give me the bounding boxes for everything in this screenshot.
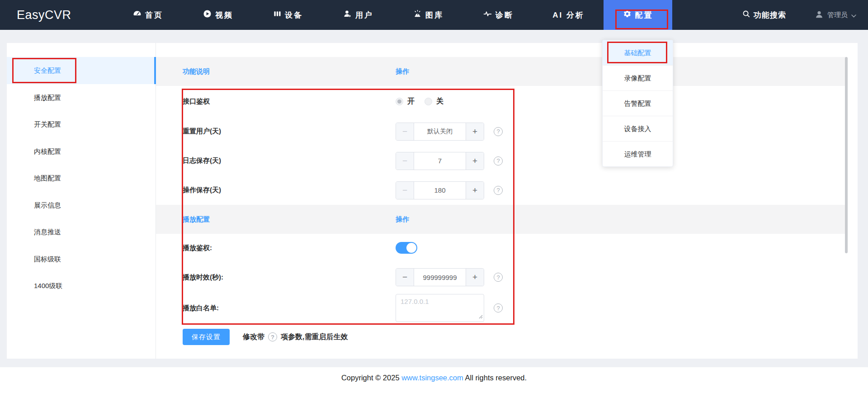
row-label: 播放时效(秒):: [156, 273, 396, 282]
row-label: 播放白名单:: [156, 304, 396, 313]
gear-icon: [623, 9, 632, 20]
config-content: 功能说明 操作 接口鉴权 开 关 重置用: [156, 43, 845, 345]
playback-whitelist-textarea[interactable]: 127.0.0.1: [396, 294, 484, 322]
help-icon[interactable]: ?: [494, 273, 503, 282]
sidebar-item-display-info[interactable]: 展示信息: [7, 192, 156, 219]
increase-button[interactable]: +: [466, 123, 484, 140]
nav-item-device[interactable]: 设备: [253, 0, 323, 30]
row-label: 重置用户(天): [156, 127, 396, 136]
sidebar-item-kernel[interactable]: 内核配置: [7, 138, 156, 165]
radio-on-circle[interactable]: [396, 98, 403, 105]
device-icon: [274, 10, 281, 20]
stepper-value[interactable]: 7: [414, 152, 466, 170]
sidebar-item-switches[interactable]: 开关配置: [7, 111, 156, 138]
dropdown-item-recording-config[interactable]: 录像配置: [603, 66, 673, 91]
stepper-value[interactable]: 999999999: [414, 269, 466, 286]
playback-auth-toggle[interactable]: [396, 242, 417, 254]
section-header-function: 功能说明 操作: [156, 57, 845, 86]
nav-item-user[interactable]: 用户: [323, 0, 393, 30]
save-settings-button[interactable]: 保存设置: [183, 329, 230, 345]
row-label: 接口鉴权: [156, 97, 396, 106]
easycvr-config-page: EasyCVR 首页 视频 设备: [0, 0, 868, 393]
user-menu[interactable]: 管理员: [815, 0, 856, 30]
search-icon: [742, 10, 750, 20]
section-header-playback: 播放配置 操作: [156, 205, 845, 234]
resize-handle-icon[interactable]: [479, 313, 483, 321]
decrease-button[interactable]: −: [396, 123, 414, 140]
nav-item-home[interactable]: 首页: [113, 0, 183, 30]
sidebar-item-playback[interactable]: 播放配置: [7, 84, 156, 111]
increase-button[interactable]: +: [466, 152, 484, 170]
stepper-value[interactable]: 默认关闭: [414, 123, 466, 140]
help-icon[interactable]: ?: [494, 303, 503, 313]
help-icon[interactable]: ?: [494, 127, 503, 136]
dashboard-icon: [133, 9, 142, 20]
row-playback-auth: 播放鉴权:: [156, 234, 845, 262]
sidebar-item-1400-cascade[interactable]: 1400级联: [7, 272, 156, 299]
log-retention-stepper: − 7 +: [396, 152, 484, 170]
row-playback-whitelist: 播放白名单: 127.0.0.1 ?: [156, 293, 845, 323]
column-header-operation: 操作: [396, 215, 409, 224]
sidebar-item-gb-cascade[interactable]: 国标级联: [7, 246, 156, 273]
save-row: 保存设置 修改带 ? 项参数,需重启后生效: [156, 329, 845, 345]
nav-item-ai-analysis[interactable]: AI 分析: [533, 0, 604, 30]
toggle-knob: [406, 243, 416, 253]
nav-item-label: 用户: [355, 10, 373, 20]
user-label: 管理员: [827, 11, 848, 19]
nav-item-label: 诊断: [495, 10, 514, 20]
gallery-icon: [413, 9, 422, 20]
nav-item-label: 配置: [635, 10, 653, 20]
row-label: 日志保存(天): [156, 156, 396, 165]
help-icon[interactable]: ?: [494, 156, 503, 166]
radio-off-circle[interactable]: [425, 98, 432, 105]
nav-item-label: 图库: [425, 10, 443, 20]
operation-retention-stepper: − 180 +: [396, 181, 484, 199]
nav-item-label: 首页: [145, 10, 163, 20]
brand-logo[interactable]: EasyCVR: [17, 0, 71, 30]
nav-item-video[interactable]: 视频: [183, 0, 253, 30]
increase-button[interactable]: +: [466, 182, 484, 199]
restart-note: 修改带 ? 项参数,需重启后生效: [243, 332, 348, 342]
avatar-icon: [815, 10, 824, 20]
nav-item-diagnosis[interactable]: 诊断: [463, 0, 533, 30]
decrease-button[interactable]: −: [396, 269, 414, 286]
row-label: 操作保存(天): [156, 186, 396, 194]
nav-item-gallery[interactable]: 图库: [393, 0, 463, 30]
user-icon: [343, 9, 352, 20]
radio-off[interactable]: 关: [425, 97, 443, 106]
nav-item-label: AI 分析: [552, 10, 585, 20]
page-footer: Copyright © 2025 www.tsingsee.com All ri…: [0, 367, 868, 393]
help-icon[interactable]: ?: [494, 186, 503, 195]
dropdown-item-basic-config[interactable]: 基础配置: [603, 40, 673, 66]
radio-on[interactable]: 开: [396, 97, 415, 106]
dropdown-item-device-access[interactable]: 设备接入: [603, 116, 673, 142]
row-operation-retention-days: 操作保存(天) − 180 + ?: [156, 175, 845, 205]
decrease-button[interactable]: −: [396, 182, 414, 199]
decrease-button[interactable]: −: [396, 152, 414, 170]
function-search[interactable]: 功能搜索: [742, 0, 786, 30]
increase-button[interactable]: +: [466, 269, 484, 286]
config-card: 安全配置 播放配置 开关配置 内核配置 地图配置 展示信息 消息推送 国标级联 …: [7, 43, 858, 359]
playback-timeout-stepper: − 999999999 +: [396, 268, 484, 286]
main-nav-menu: 首页 视频 设备 用户: [113, 0, 672, 30]
sidebar-item-map[interactable]: 地图配置: [7, 165, 156, 192]
row-log-retention-days: 日志保存(天) − 7 + ?: [156, 146, 845, 175]
nav-item-label: 视频: [215, 10, 233, 20]
stepper-value[interactable]: 180: [414, 182, 466, 199]
row-reset-user-days: 重置用户(天) − 默认关闭 + ?: [156, 117, 845, 146]
top-navbar: EasyCVR 首页 视频 设备: [0, 0, 868, 30]
row-api-auth: 接口鉴权 开 关: [156, 86, 845, 117]
config-sidebar: 安全配置 播放配置 开关配置 内核配置 地图配置 展示信息 消息推送 国标级联 …: [7, 43, 156, 359]
help-icon[interactable]: ?: [268, 332, 277, 341]
dropdown-item-alarm-config[interactable]: 告警配置: [603, 91, 673, 116]
tsingsee-link[interactable]: www.tsingsee.com: [401, 374, 463, 382]
dropdown-item-ops-management[interactable]: 运维管理: [603, 142, 673, 166]
config-dropdown-menu: 基础配置 录像配置 告警配置 设备接入 运维管理: [602, 40, 673, 167]
nav-item-config[interactable]: 配置: [604, 0, 672, 30]
sidebar-item-message-push[interactable]: 消息推送: [7, 218, 156, 246]
vertical-scrollbar[interactable]: [845, 57, 848, 253]
sidebar-item-security[interactable]: 安全配置: [7, 57, 156, 84]
diagnosis-icon: [483, 9, 492, 20]
video-icon: [203, 9, 212, 20]
column-header-playback: 播放配置: [156, 215, 396, 224]
